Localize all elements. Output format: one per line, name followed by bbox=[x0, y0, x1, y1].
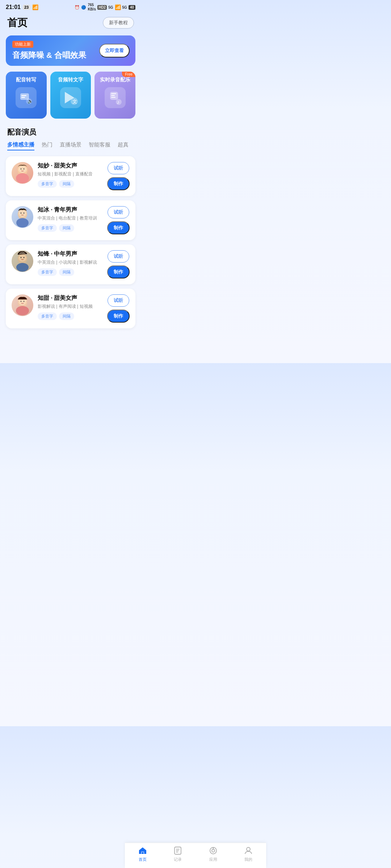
tag-polyphonic-3: 多音字 bbox=[38, 268, 57, 276]
svg-rect-2 bbox=[21, 97, 25, 98]
svg-point-17 bbox=[24, 169, 25, 170]
tag-interval-1: 间隔 bbox=[59, 180, 74, 188]
svg-rect-10 bbox=[111, 95, 115, 96]
status-time: 21:01 bbox=[6, 4, 21, 10]
svg-point-33 bbox=[16, 306, 29, 315]
feature-card-dubbing[interactable]: 配音转写 🔉 bbox=[6, 72, 47, 119]
voice-actor-list: 知妙 · 甜美女声 短视频 | 影视配音 | 直播配音 多音字 间隔 试听 制作 bbox=[0, 156, 141, 334]
voice-tags-zhibing: 多音字 间隔 bbox=[38, 224, 107, 232]
svg-text:🔉: 🔉 bbox=[28, 98, 33, 104]
tag-polyphonic-4: 多音字 bbox=[38, 312, 57, 320]
signal-icon: 📶 bbox=[115, 4, 121, 10]
banner-left: 功能上新 音频降噪 & 合唱效果 bbox=[12, 41, 86, 61]
voice-card-main-zhifeng: 知锋 · 中年男声 中英混合 | 小说阅读 | 影视解说 多音字 间隔 试听 制… bbox=[38, 250, 130, 278]
voice-card-main-zhimiao: 知妙 · 甜美女声 短视频 | 影视配音 | 直播配音 多音字 间隔 试听 制作 bbox=[38, 162, 130, 190]
voice-desc-zhifeng: 中英混合 | 小说阅读 | 影视解说 bbox=[38, 259, 107, 265]
svg-text:文: 文 bbox=[72, 99, 77, 104]
feature-card-audio-text[interactable]: 音频转文字 文 bbox=[50, 72, 91, 119]
promo-banner: 功能上新 音频降噪 & 合唱效果 立即查看 bbox=[6, 35, 135, 66]
avatar-zhifeng bbox=[12, 250, 33, 272]
voice-card-right-zhibing: 试听 制作 bbox=[107, 206, 130, 234]
card-icon-record: ♪ bbox=[104, 86, 127, 109]
svg-point-32 bbox=[24, 301, 25, 302]
record-icon: ♪ bbox=[105, 87, 126, 108]
banner-cta-button[interactable]: 立即查看 bbox=[99, 44, 130, 58]
status-bar: 21:01 23 📶 ⏰ 🔵 765KB/s HD2 5G 📶 5G 40 bbox=[0, 0, 141, 13]
svg-point-28 bbox=[16, 263, 29, 272]
voice-card-zhitian: 知甜 · 甜美女声 影视解说 | 有声阅读 | 短视频 多音字 间隔 试听 制作 bbox=[6, 289, 135, 328]
tag-polyphonic-1: 多音字 bbox=[38, 180, 57, 188]
voice-tags-zhifeng: 多音字 间隔 bbox=[38, 268, 107, 276]
voice-card-right-zhifeng: 试听 制作 bbox=[107, 250, 130, 278]
listen-button-zhimiao[interactable]: 试听 bbox=[108, 162, 129, 174]
section-title-voice: 配音演员 bbox=[0, 126, 141, 141]
tutorial-button[interactable]: 新手教程 bbox=[103, 17, 134, 29]
tag-interval-2: 间隔 bbox=[59, 224, 74, 232]
category-tabs: 多情感主播 热门 直播场景 智能客服 超真 bbox=[0, 141, 141, 156]
voice-card-body-zhimiao: 知妙 · 甜美女声 短视频 | 影视配音 | 直播配音 多音字 间隔 bbox=[38, 162, 107, 190]
voice-tags-zhimiao: 多音字 间隔 bbox=[38, 180, 107, 188]
feature-card-record[interactable]: Free 实时录音配乐 ♪ bbox=[94, 72, 135, 119]
battery-icon: 40 bbox=[129, 5, 135, 10]
voice-card-body-zhitian: 知甜 · 甜美女声 影视解说 | 有声阅读 | 短视频 多音字 间隔 bbox=[38, 294, 107, 323]
svg-point-20 bbox=[18, 210, 26, 217]
alarm-icon: ⏰ bbox=[75, 5, 80, 10]
dubbing-icon: 🔉 bbox=[16, 87, 37, 108]
page-title: 首页 bbox=[7, 16, 28, 30]
make-button-zhifeng[interactable]: 制作 bbox=[107, 265, 130, 278]
status-left: 21:01 23 📶 bbox=[6, 4, 38, 10]
cat-tab-super[interactable]: 超真 bbox=[118, 141, 129, 150]
svg-point-23 bbox=[16, 218, 29, 227]
cat-tab-live[interactable]: 直播场景 bbox=[60, 141, 81, 150]
card-label-dubbing: 配音转写 bbox=[16, 77, 36, 83]
free-badge: Free bbox=[122, 72, 135, 77]
5g-icon1: 5G bbox=[108, 5, 113, 9]
avatar-zhimiao bbox=[12, 162, 33, 184]
voice-name-zhifeng: 知锋 · 中年男声 bbox=[38, 250, 107, 258]
card-label-record: 实时录音配乐 bbox=[100, 77, 130, 83]
new-tag: 功能上新 bbox=[12, 41, 33, 48]
voice-card-zhifeng: 知锋 · 中年男声 中英混合 | 小说阅读 | 影视解说 多音字 间隔 试听 制… bbox=[6, 244, 135, 284]
listen-button-zhibing[interactable]: 试听 bbox=[108, 206, 129, 218]
svg-rect-1 bbox=[21, 95, 26, 96]
svg-point-22 bbox=[24, 213, 25, 214]
5g-icon2: 5G bbox=[122, 5, 127, 9]
voice-card-zhibing: 知冰 · 青年男声 中英混合 | 电台配音 | 教育培训 多音字 间隔 试听 制… bbox=[6, 200, 135, 240]
cat-tab-hot[interactable]: 热门 bbox=[42, 141, 52, 150]
avatar-zhibing bbox=[12, 206, 33, 228]
voice-card-zhimiao: 知妙 · 甜美女声 短视频 | 影视配音 | 直播配音 多音字 间隔 试听 制作 bbox=[6, 156, 135, 196]
make-button-zhimiao[interactable]: 制作 bbox=[107, 177, 130, 190]
speed-text: 765KB/s bbox=[88, 3, 96, 12]
cat-tab-emotional[interactable]: 多情感主播 bbox=[7, 141, 34, 150]
make-button-zhibing[interactable]: 制作 bbox=[107, 221, 130, 234]
svg-point-18 bbox=[16, 173, 29, 183]
voice-name-zhitian: 知甜 · 甜美女声 bbox=[38, 294, 107, 302]
voice-desc-zhimiao: 短视频 | 影视配音 | 直播配音 bbox=[38, 171, 107, 177]
status-sound: 📶 bbox=[32, 4, 38, 10]
voice-name-zhimiao: 知妙 · 甜美女声 bbox=[38, 162, 107, 170]
svg-point-16 bbox=[21, 169, 22, 170]
card-icon-dubbing: 🔉 bbox=[14, 86, 38, 109]
card-label-audio-text: 音频转文字 bbox=[58, 77, 83, 83]
svg-point-27 bbox=[24, 257, 25, 258]
svg-point-31 bbox=[21, 301, 22, 302]
voice-desc-zhibing: 中英混合 | 电台配音 | 教育培训 bbox=[38, 215, 107, 221]
listen-button-zhifeng[interactable]: 试听 bbox=[108, 250, 129, 263]
hd2-icon: HD2 bbox=[97, 5, 107, 10]
svg-text:♪: ♪ bbox=[117, 99, 119, 105]
voice-desc-zhitian: 影视解说 | 有声阅读 | 短视频 bbox=[38, 303, 107, 310]
audio-text-icon: 文 bbox=[60, 87, 81, 108]
listen-button-zhitian[interactable]: 试听 bbox=[108, 294, 129, 307]
make-button-zhitian[interactable]: 制作 bbox=[107, 310, 130, 323]
header: 首页 新手教程 bbox=[0, 13, 141, 34]
card-icon-audio-text: 文 bbox=[59, 86, 82, 109]
tag-interval-4: 间隔 bbox=[59, 312, 74, 320]
voice-card-main-zhitian: 知甜 · 甜美女声 影视解说 | 有声阅读 | 短视频 多音字 间隔 试听 制作 bbox=[38, 294, 130, 323]
svg-point-15 bbox=[18, 166, 27, 173]
svg-rect-11 bbox=[111, 97, 115, 98]
svg-rect-9 bbox=[111, 93, 116, 94]
voice-card-right-zhitian: 试听 制作 bbox=[107, 294, 130, 323]
cat-tab-service[interactable]: 智能客服 bbox=[89, 141, 110, 150]
tag-polyphonic-2: 多音字 bbox=[38, 224, 57, 232]
svg-point-25 bbox=[18, 254, 26, 261]
